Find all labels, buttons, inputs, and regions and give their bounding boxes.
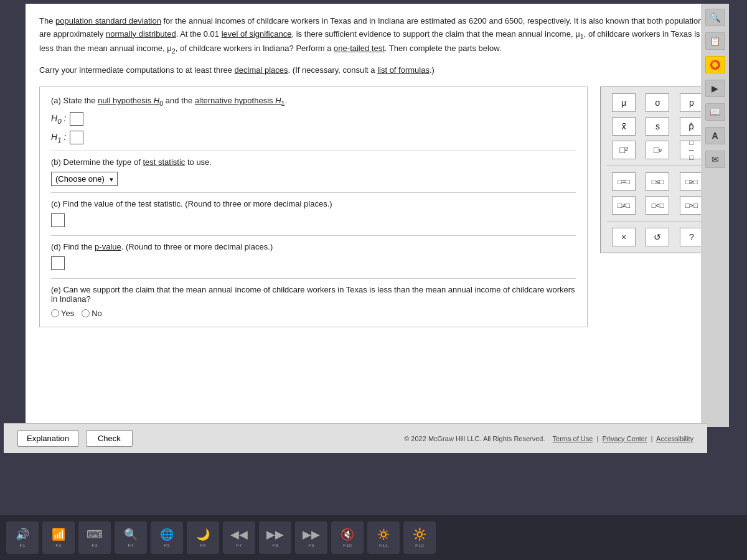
taskbar-f11[interactable]: 🔅 F11 xyxy=(367,521,400,554)
symbol-row-5: □≠□ □<□ □>□ xyxy=(607,196,708,215)
taskbar-f6[interactable]: 🌙 F6 xyxy=(187,521,219,554)
check-button[interactable]: Check xyxy=(86,430,133,447)
no-text: No xyxy=(92,309,102,318)
h1-label: H1 : xyxy=(51,132,66,144)
yes-text: Yes xyxy=(61,309,74,318)
mu-button[interactable]: μ xyxy=(612,93,636,112)
taskbar-f3[interactable]: ⌨ F3 xyxy=(78,521,111,554)
f6-icon: 🌙 xyxy=(196,528,210,541)
yes-label[interactable]: Yes xyxy=(51,309,74,318)
accessibility-link[interactable]: Accessibility xyxy=(656,435,693,442)
taskbar-f4[interactable]: 🔍 F4 xyxy=(115,521,147,554)
part-b-label: (b) Determine the type of test statistic… xyxy=(51,157,576,167)
main-content: The population standard deviation for th… xyxy=(26,4,729,427)
xbar-button[interactable]: x̄ xyxy=(612,117,636,136)
taskbar-f12[interactable]: 🔆 F12 xyxy=(403,521,436,554)
p-value-input[interactable] xyxy=(51,256,65,270)
screen: The population standard deviation for th… xyxy=(0,0,747,560)
carry-text: Carry your intermediate computations to … xyxy=(39,64,715,77)
no-radio[interactable] xyxy=(82,309,90,317)
neq-button[interactable]: □≠□ xyxy=(612,196,636,215)
decimal-places-link[interactable]: decimal places xyxy=(235,65,288,75)
sidebar-icon-1[interactable]: 🔍 xyxy=(705,9,725,26)
test-statistic-link[interactable]: test statistic xyxy=(143,157,185,167)
taskbar-f8[interactable]: ▶▶ F8 xyxy=(259,521,291,554)
leq-button[interactable]: □≤□ xyxy=(646,172,669,191)
taskbar-f7[interactable]: ◀◀ F7 xyxy=(223,521,255,554)
normally-dist-link[interactable]: normally distributed xyxy=(106,29,176,39)
symbol-row-2: x̄ s p̂ xyxy=(607,117,708,136)
p-button[interactable]: p xyxy=(680,93,703,112)
f5-icon: 🌐 xyxy=(160,528,174,541)
taskbar-f5[interactable]: 🌐 F5 xyxy=(151,521,183,554)
taskbar: 🔊 F1 📶 F2 ⌨ F3 🔍 F4 🌐 F5 🌙 F6 ◀◀ F7 ▶▶ xyxy=(0,515,747,560)
square-button[interactable]: □² xyxy=(612,141,636,159)
phat-button[interactable]: p̂ xyxy=(680,117,703,136)
test-stat-input[interactable] xyxy=(51,213,65,227)
divider-a-b xyxy=(51,151,576,151)
level-significance-link[interactable]: level of significance xyxy=(222,29,292,39)
taskbar-f10[interactable]: 🔇 F10 xyxy=(331,521,364,554)
fraction-button[interactable]: □─□ xyxy=(680,141,703,159)
no-label[interactable]: No xyxy=(82,309,102,318)
yes-radio[interactable] xyxy=(51,309,59,317)
part-a-label: (a) State the null hypothesis H0 and the… xyxy=(51,96,576,107)
h1-row: H1 : xyxy=(51,131,576,144)
taskbar-f1[interactable]: 🔊 F1 xyxy=(6,521,39,554)
population-std-link[interactable]: population standard deviation xyxy=(55,16,161,26)
part-c-label: (c) Find the value of the test statistic… xyxy=(51,199,576,208)
lt-button[interactable]: □<□ xyxy=(646,196,669,215)
f11-icon: 🔅 xyxy=(377,528,390,541)
part-b: (b) Determine the type of test statistic… xyxy=(51,157,576,186)
gt-button[interactable]: □>□ xyxy=(680,196,703,215)
intro-paragraph: The population standard deviation for th… xyxy=(39,15,715,57)
divider-c-d xyxy=(51,235,576,236)
p-value-link[interactable]: p-value xyxy=(95,242,121,251)
f1-icon: 🔊 xyxy=(16,528,29,541)
taskbar-f9[interactable]: ▶▶ F9 xyxy=(295,521,327,554)
sigma-button[interactable]: σ xyxy=(646,93,669,112)
help-button[interactable]: ? xyxy=(680,228,703,246)
symbol-row-4: □=□ □≤□ □≥□ xyxy=(607,172,708,191)
f10-icon: 🔇 xyxy=(341,528,354,541)
f9-icon: ▶▶ xyxy=(303,528,320,541)
part-e: (e) Can we support the claim that the me… xyxy=(51,285,576,318)
one-tailed-link[interactable]: one-tailed test xyxy=(334,44,385,53)
null-hyp-link[interactable]: null hypothesis H0 xyxy=(98,96,163,105)
sidebar-icon-6[interactable]: A xyxy=(705,127,725,144)
divider-b-c xyxy=(51,192,576,193)
choose-one-wrapper[interactable]: (Choose one) z t Chi-square F xyxy=(51,172,118,186)
s-button[interactable]: s xyxy=(646,117,669,136)
equals-button[interactable]: □=□ xyxy=(612,172,636,191)
explanation-button[interactable]: Explanation xyxy=(17,430,78,447)
h1-input[interactable] xyxy=(70,131,83,144)
f3-icon: ⌨ xyxy=(87,528,103,541)
sidebar-icon-7[interactable]: ✉ xyxy=(705,151,725,168)
sidebar-icon-2[interactable]: 📋 xyxy=(705,32,725,50)
times-button[interactable]: × xyxy=(612,228,636,246)
privacy-link[interactable]: Privacy Center xyxy=(602,435,647,442)
f12-icon: 🔆 xyxy=(413,528,426,541)
terms-link[interactable]: Terms of Use xyxy=(553,435,593,442)
f4-icon: 🔍 xyxy=(124,528,138,541)
sidebar-icon-3[interactable]: ⭕ xyxy=(705,56,725,73)
f8-icon: ▶▶ xyxy=(266,528,284,541)
h0-label: H0 : xyxy=(51,113,66,125)
yes-no-group: Yes No xyxy=(51,309,576,318)
f2-icon: 📶 xyxy=(52,528,65,541)
symbol-divider-2 xyxy=(607,221,708,222)
h0-input[interactable] xyxy=(70,112,83,126)
alt-hyp-link[interactable]: alternative hypothesis H1 xyxy=(195,96,285,105)
formulas-link[interactable]: list of formulas xyxy=(377,65,430,75)
undo-button[interactable]: ↺ xyxy=(646,228,669,246)
sidebar-icon-4[interactable]: ▶ xyxy=(705,80,725,97)
choose-one-select[interactable]: (Choose one) z t Chi-square F xyxy=(51,172,118,186)
subscript-button[interactable]: □0 xyxy=(646,141,669,159)
symbol-row-6: × ↺ ? xyxy=(607,228,708,246)
part-d: (d) Find the p-value. (Round to three or… xyxy=(51,242,576,272)
geq-button[interactable]: □≥□ xyxy=(680,172,703,191)
sidebar-icon-5[interactable]: 📖 xyxy=(705,103,725,121)
question-panel: (a) State the null hypothesis H0 and the… xyxy=(39,86,588,327)
f7-icon: ◀◀ xyxy=(230,528,248,541)
taskbar-f2[interactable]: 📶 F2 xyxy=(42,521,75,554)
